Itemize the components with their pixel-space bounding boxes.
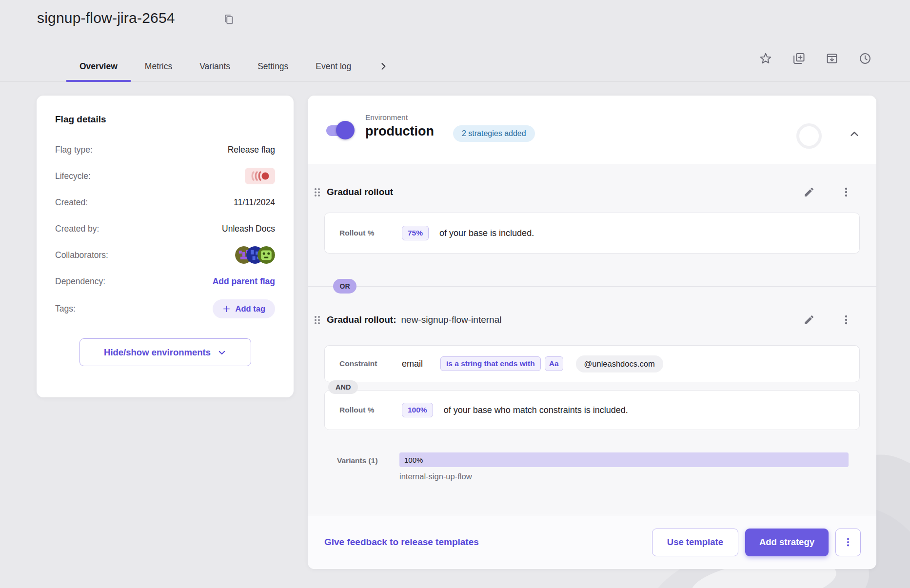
rollout-percentage-chip: 100% [402, 403, 433, 417]
chevron-up-icon[interactable] [846, 126, 863, 142]
lifecycle-live-icon[interactable] [245, 168, 275, 184]
dependency-label: Dependency: [55, 276, 105, 287]
kebab-menu-icon[interactable] [840, 314, 852, 326]
rollout-percentage-chip: 75% [402, 226, 429, 240]
rollout-label: Rollout % [339, 406, 402, 414]
add-tag-button[interactable]: Add tag [213, 299, 275, 318]
toggle-thumb [336, 121, 355, 139]
collaborator-avatars[interactable] [235, 246, 275, 264]
strategy-1-header: Gradual rollout [314, 181, 876, 203]
avatar [257, 246, 275, 264]
created-row: Created: 11/11/2024 [54, 189, 276, 216]
flag-details-heading: Flag details [55, 114, 276, 125]
chevron-right-icon[interactable] [376, 59, 390, 73]
variant-distribution-bar: 100% [399, 452, 849, 467]
strategy-2-rollout-row: Rollout % 100% of your base who match co… [324, 390, 860, 430]
strategies-count-badge: 2 strategies added [453, 125, 535, 142]
strategy-2-title: Gradual rollout: [327, 314, 396, 325]
page-title: signup-flow-jira-2654 [37, 10, 175, 26]
tags-label: Tags: [55, 304, 76, 314]
strategy-1-title: Gradual rollout [327, 187, 393, 197]
collaborators-row: Collaborators: [54, 242, 276, 268]
tab-settings[interactable]: Settings [244, 51, 302, 82]
environment-label: Environment [365, 113, 408, 122]
drag-handle-icon[interactable] [314, 187, 321, 197]
constraint-field: email [402, 359, 423, 369]
environment-header: Environment production 2 strategies adde… [308, 96, 876, 164]
constraint-value-pill: @unleashdocs.com [576, 355, 663, 372]
lifecycle-label: Lifecycle: [55, 171, 91, 181]
add-strategy-button[interactable]: Add strategy [745, 529, 829, 556]
lifecycle-row: Lifecycle: [54, 163, 276, 189]
clock-icon[interactable] [858, 52, 872, 65]
strategies-panel: Gradual rollout Rollout % 75% of your ba… [308, 164, 876, 515]
chevron-down-icon [218, 348, 226, 357]
rollout-description: of your base is included. [439, 228, 534, 238]
edit-strategy-icon[interactable] [803, 186, 815, 198]
add-tag-label: Add tag [236, 304, 265, 314]
tab-event-log[interactable]: Event log [302, 51, 365, 82]
hide-show-environments-button[interactable]: Hide/show environments [79, 338, 251, 366]
flag-details-card: Flag details Flag type: Release flag Lif… [37, 96, 294, 397]
flag-actions [759, 52, 872, 65]
tab-overview[interactable]: Overview [66, 51, 131, 82]
tab-bar: Overview Metrics Variants Settings Event… [66, 51, 390, 82]
created-label: Created: [55, 197, 88, 208]
environment-footer: Give feedback to release templates Use t… [308, 515, 876, 569]
flag-type-label: Flag type: [55, 145, 93, 155]
created-by-value: Unleash Docs [222, 224, 275, 234]
environment-toggle[interactable] [326, 121, 355, 139]
created-by-row: Created by: Unleash Docs [54, 216, 276, 242]
environment-name: production [365, 124, 434, 139]
environment-card: Environment production 2 strategies adde… [308, 96, 876, 569]
flag-type-row: Flag type: Release flag [54, 137, 276, 163]
strategy-2-name: new-signup-flow-internal [401, 314, 502, 325]
strategy-1-rollout-row: Rollout % 75% of your base is included. [324, 213, 860, 254]
copy-add-icon[interactable] [792, 52, 806, 65]
strategy-2-header: Gradual rollout: new-signup-flow-interna… [314, 309, 876, 331]
tab-variants[interactable]: Variants [186, 51, 244, 82]
rollout-label: Rollout % [339, 229, 402, 237]
use-template-button[interactable]: Use template [652, 529, 738, 556]
archive-icon[interactable] [825, 52, 839, 65]
drag-handle-icon[interactable] [314, 315, 321, 325]
edit-strategy-icon[interactable] [803, 314, 815, 326]
release-templates-feedback-link[interactable]: Give feedback to release templates [324, 537, 479, 548]
tab-metrics[interactable]: Metrics [131, 51, 186, 82]
plus-icon [222, 305, 231, 313]
dependency-row: Dependency: Add parent flag [54, 268, 276, 294]
hide-show-environments-label: Hide/show environments [104, 347, 211, 358]
and-connector-badge: AND [328, 380, 358, 394]
tags-row: Tags: Add tag [54, 294, 276, 323]
collaborators-label: Collaborators: [55, 250, 108, 260]
constraint-row: Constraint email is a string that ends w… [324, 345, 860, 382]
add-parent-flag-link[interactable]: Add parent flag [213, 276, 275, 287]
created-value: 11/11/2024 [234, 197, 275, 208]
variant-percent: 100% [404, 456, 423, 464]
metrics-ring-icon [796, 123, 822, 149]
variants-label: Variants (1) [337, 456, 378, 465]
rollout-description: of your base who match constraints is in… [444, 405, 628, 415]
created-by-label: Created by: [55, 224, 99, 234]
or-connector-badge: OR [333, 279, 356, 294]
kebab-menu-icon[interactable] [840, 186, 852, 198]
flag-type-value: Release flag [228, 145, 275, 155]
case-sensitive-chip: Aa [545, 356, 563, 371]
footer-kebab-menu-icon[interactable] [835, 529, 861, 556]
copy-flag-name-icon[interactable] [222, 13, 235, 25]
constraint-label: Constraint [339, 359, 402, 368]
constraint-operator-chip: is a string that ends with [440, 356, 541, 371]
variant-name: internal-sign-up-flow [399, 472, 472, 481]
strategy-separator-line [308, 286, 876, 287]
star-icon[interactable] [759, 52, 772, 65]
